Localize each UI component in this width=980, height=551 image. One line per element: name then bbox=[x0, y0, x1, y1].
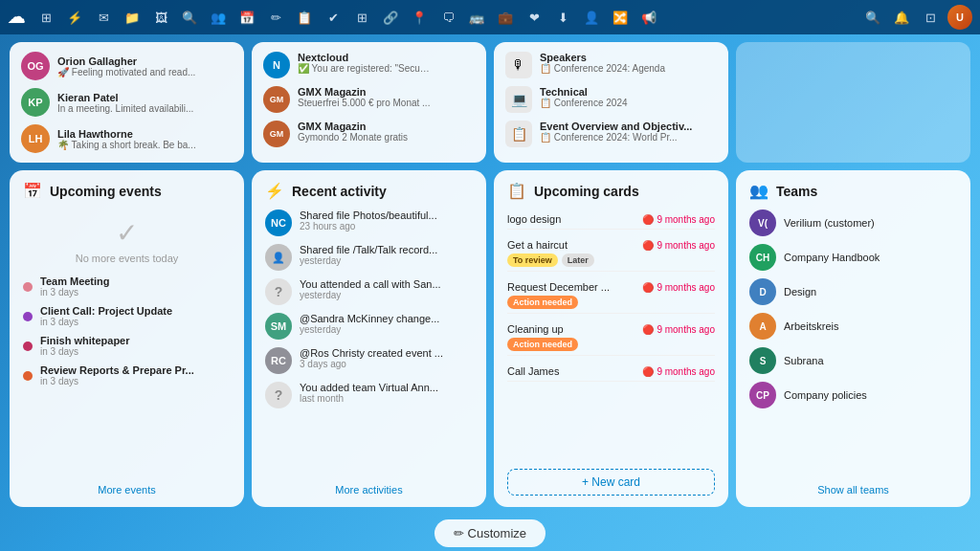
team-list-item[interactable]: A Arbeitskreis bbox=[749, 313, 957, 340]
activity-time: 3 days ago bbox=[300, 359, 443, 369]
activity-list-item[interactable]: ? You added team Virtual Ann... last mon… bbox=[265, 382, 473, 408]
contact-avatar: OG bbox=[21, 52, 50, 80]
calendar-icon: 📅 bbox=[23, 182, 42, 200]
event-item-time: in 3 days bbox=[40, 376, 194, 386]
kanban-item[interactable]: Request December ... 🔴 9 months ago Acti… bbox=[507, 277, 715, 314]
contact-item[interactable]: LH Lila Hawthorne 🌴 Taking a short break… bbox=[21, 124, 233, 153]
notif-item[interactable]: GM GMX Magazin Steuerfrei 5.000 € pro Mo… bbox=[263, 86, 475, 113]
contact-item[interactable]: OG Orion Gallagher 🚀 Feeling motivated a… bbox=[21, 52, 233, 80]
event-item-info: Client Call: Project Update in 3 days bbox=[40, 305, 172, 327]
customize-button[interactable]: ✏ Customize bbox=[434, 519, 546, 547]
activity-time: yesterday bbox=[300, 324, 439, 335]
app-logo[interactable]: ☁ bbox=[8, 7, 25, 28]
notif-sender: GMX Magazin bbox=[298, 86, 430, 98]
notif-info: GMX Magazin Steuerfrei 5.000 € pro Monat… bbox=[298, 86, 430, 108]
event-list-item[interactable]: Team Meeting in 3 days bbox=[23, 276, 231, 298]
notif-item[interactable]: GM GMX Magazin Gymondo 2 Monate gratis bbox=[263, 121, 475, 147]
nav-edit-icon[interactable]: ✏ bbox=[264, 6, 287, 29]
nav-deck-icon[interactable]: 📋 bbox=[293, 6, 316, 29]
nav-grid-icon[interactable]: ⊞ bbox=[34, 6, 57, 29]
event-mini-item[interactable]: 📋 Event Overview and Objectiv... 📋 Confe… bbox=[505, 121, 717, 147]
notif-info: Nextcloud ✅ You are registered: "Secure.… bbox=[298, 52, 432, 74]
nav-notifications-icon[interactable]: 🔔 bbox=[890, 6, 913, 29]
contact-status: 🚀 Feeling motivated and read... bbox=[57, 67, 195, 77]
notif-item[interactable]: N Nextcloud ✅ You are registered: "Secur… bbox=[263, 52, 475, 78]
activity-list-item[interactable]: NC Shared file Photos/beautiful... 23 ho… bbox=[265, 209, 473, 236]
nav-briefcase-icon[interactable]: 💼 bbox=[494, 6, 517, 29]
activity-list-item[interactable]: 👤 Shared file /Talk/Talk record... yeste… bbox=[265, 244, 473, 271]
kanban-time: 🔴 9 months ago bbox=[642, 240, 715, 251]
event-list-item[interactable]: Finish whitepaper in 3 days bbox=[23, 335, 231, 357]
recent-activity-title: Recent activity bbox=[292, 184, 387, 199]
nav-calendar-icon[interactable]: 📅 bbox=[235, 6, 258, 29]
bottom-row: 📅 Upcoming events ✓ No more events today… bbox=[10, 170, 970, 507]
nav-talk-icon[interactable]: 🗨 bbox=[436, 6, 459, 29]
more-activities-link[interactable]: More activities bbox=[265, 478, 473, 496]
nav-announce-icon[interactable]: 📢 bbox=[637, 6, 660, 29]
nav-transit-icon[interactable]: 🚌 bbox=[465, 6, 488, 29]
nav-search2-icon[interactable]: 🔍 bbox=[861, 6, 884, 29]
kanban-time: 🔴 9 months ago bbox=[642, 324, 715, 335]
nav-link-icon[interactable]: 🔗 bbox=[379, 6, 402, 29]
nav-health-icon[interactable]: ❤ bbox=[523, 6, 546, 29]
activity-title: You attended a call with San... bbox=[300, 278, 441, 290]
nav-mail-icon[interactable]: ✉ bbox=[92, 6, 115, 29]
event-list-item[interactable]: Review Reports & Prepare Pr... in 3 days bbox=[23, 364, 231, 386]
activity-list-item[interactable]: ? You attended a call with San... yester… bbox=[265, 278, 473, 305]
nav-activity-icon[interactable]: ⚡ bbox=[63, 6, 86, 29]
event-list-item[interactable]: Client Call: Project Update in 3 days bbox=[23, 305, 231, 327]
nav-contacts-icon[interactable]: 👥 bbox=[207, 6, 230, 29]
event-dot bbox=[23, 371, 33, 381]
kanban-row: Cleaning up 🔴 9 months ago bbox=[507, 323, 715, 335]
show-all-teams-link[interactable]: Show all teams bbox=[749, 478, 957, 496]
nav-user-icon[interactable]: 👤 bbox=[580, 6, 603, 29]
nav-map-icon[interactable]: 📍 bbox=[408, 6, 431, 29]
recent-activity-card: ⚡ Recent activity NC Shared file Photos/… bbox=[252, 170, 486, 507]
team-list-item[interactable]: CH Company Handbook bbox=[749, 244, 957, 271]
more-events-link[interactable]: More events bbox=[23, 478, 231, 496]
nav-switch-icon[interactable]: 🔀 bbox=[609, 6, 632, 29]
nav-tasks-icon[interactable]: ✔ bbox=[322, 6, 345, 29]
team-list-item[interactable]: V( Verilium (customer) bbox=[749, 209, 957, 236]
kanban-item[interactable]: Call James 🔴 9 months ago bbox=[507, 362, 715, 382]
contacts-card: OG Orion Gallagher 🚀 Feeling motivated a… bbox=[10, 42, 244, 163]
team-list-item[interactable]: S Subrana bbox=[749, 347, 957, 374]
new-card-button[interactable]: + New card bbox=[507, 469, 715, 496]
nav-download-icon[interactable]: ⬇ bbox=[551, 6, 574, 29]
event-mini-item[interactable]: 🎙 Speakers 📋 Conference 2024: Agenda bbox=[505, 52, 717, 78]
teams-card: 👥 Teams V( Verilium (customer) CH Compan… bbox=[736, 170, 970, 507]
notif-msg: Gymondo 2 Monate gratis bbox=[298, 132, 408, 143]
nav-photos-icon[interactable]: 🖼 bbox=[149, 6, 172, 29]
activity-icon: ⚡ bbox=[265, 182, 284, 200]
nav-search-icon[interactable]: 🔍 bbox=[178, 6, 201, 29]
team-list-item[interactable]: D Design bbox=[749, 278, 957, 305]
activity-avatar: RC bbox=[265, 347, 292, 374]
kanban-item[interactable]: logo design 🔴 9 months ago bbox=[507, 209, 715, 230]
nav-files-icon[interactable]: 📁 bbox=[121, 6, 144, 29]
activity-avatar: ? bbox=[265, 382, 292, 408]
activity-list-item[interactable]: SM @Sandra McKinney change... yesterday bbox=[265, 313, 473, 340]
event-dot bbox=[23, 342, 33, 351]
event-mini-info: Event Overview and Objectiv... 📋 Confere… bbox=[540, 121, 692, 143]
team-name: Arbeitskreis bbox=[784, 320, 838, 332]
nav-apps-icon[interactable]: ⊡ bbox=[919, 6, 942, 29]
nav-tables-icon[interactable]: ⊞ bbox=[350, 6, 373, 29]
notif-info: GMX Magazin Gymondo 2 Monate gratis bbox=[298, 121, 408, 143]
activity-title: Shared file /Talk/Talk record... bbox=[300, 244, 437, 255]
team-avatar: CP bbox=[749, 382, 776, 408]
user-avatar[interactable]: U bbox=[947, 5, 972, 30]
contact-item[interactable]: KP Kieran Patel In a meeting. Limited av… bbox=[21, 88, 233, 117]
team-avatar: D bbox=[749, 278, 776, 305]
event-mini-title: Event Overview and Objectiv... bbox=[540, 121, 692, 132]
team-list-item[interactable]: CP Company policies bbox=[749, 382, 957, 408]
event-mini-item[interactable]: 💻 Technical 📋 Conference 2024 bbox=[505, 86, 717, 113]
kanban-item[interactable]: Cleaning up 🔴 9 months ago Action needed bbox=[507, 320, 715, 356]
card-header: 📋 Upcoming cards bbox=[507, 182, 715, 200]
bottom-bar: ✏ Customize bbox=[0, 515, 980, 551]
activity-list-item[interactable]: RC @Ros Christy created event ... 3 days… bbox=[265, 347, 473, 374]
event-mini-title: Technical bbox=[540, 86, 628, 98]
activity-title: @Sandra McKinney change... bbox=[300, 313, 439, 324]
upcoming-cards-title: Upcoming cards bbox=[534, 184, 639, 199]
badge-action-needed: Action needed bbox=[507, 296, 578, 309]
kanban-item[interactable]: Get a haircut 🔴 9 months ago To review L… bbox=[507, 235, 715, 272]
